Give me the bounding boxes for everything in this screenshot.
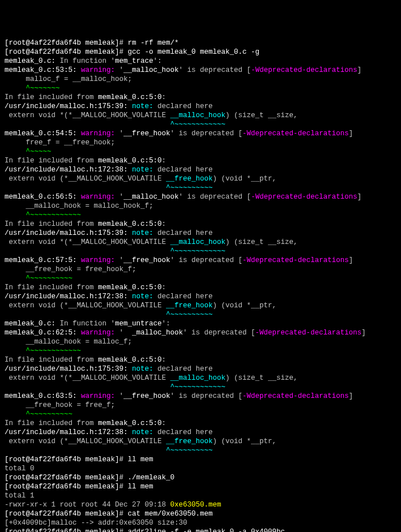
- terminal-line: /usr/include/malloc.h:175:39: note: decl…: [5, 364, 396, 374]
- terminal-segment: memleak_0.c:: [5, 320, 56, 328]
- terminal-segment: [root@4af22fda6f4b memleak]# ll mem: [5, 456, 153, 464]
- terminal-segment: -Wdeprecated-declarations: [251, 193, 357, 201]
- terminal-line: [root@4af22fda6f4b memleak]# addr2line -…: [5, 527, 396, 532]
- terminal-line: /usr/include/malloc.h:172:38: note: decl…: [5, 428, 396, 437]
- terminal-segment: declared here: [157, 293, 213, 301]
- terminal-line: -rwxr-xr-x 1 root root 44 Dec 27 09:18 0…: [5, 500, 396, 509]
- terminal-segment: note:: [128, 293, 158, 301]
- terminal-line: /usr/include/malloc.h:172:38: note: decl…: [5, 165, 396, 174]
- terminal-segment: ': [120, 392, 124, 400]
- terminal-segment: [root@4af22fda6f4b memleak]# addr2line -…: [5, 528, 285, 532]
- terminal-segment: /usr/include/malloc.h:175:39:: [5, 229, 128, 237]
- terminal-segment: __free_hook: [123, 256, 170, 264]
- terminal-line: ^~~~~~~~~~~: [5, 183, 396, 192]
- terminal-segment: ^~~~~~~~~~~~~: [5, 121, 225, 128]
- terminal-segment: -Wdeprecated-declarations: [251, 66, 357, 74]
- terminal-segment: declared here: [157, 166, 213, 174]
- terminal-segment: memleak_0.c:5:0: [98, 93, 162, 101]
- terminal-line: memleak_0.c:62:5: warning: ' _malloc_hoo…: [5, 328, 396, 337]
- terminal-segment: note:: [128, 166, 158, 174]
- terminal-segment: ^~~~~~~~~~~~~: [5, 347, 81, 355]
- terminal-segment: note:: [128, 102, 158, 110]
- terminal-line: [root@4af22fda6f4b memleak]# ./memleak_0: [5, 473, 396, 482]
- terminal-segment: memleak_0.c:5:0: [98, 284, 162, 291]
- terminal-segment: memleak_0.c:63:5:: [5, 392, 77, 400]
- terminal-segment: ' is deprecated [: [170, 130, 243, 138]
- terminal-line: memleak_0.c:57:5: warning: '__free_hook'…: [5, 256, 396, 265]
- terminal-segment: /usr/include/malloc.h:175:39:: [5, 365, 128, 373]
- terminal-segment: ' is deprecated [: [170, 392, 243, 400]
- terminal-segment: ^~~~~~: [5, 148, 52, 156]
- terminal-segment: __free_hook = free_hook_f;: [5, 265, 136, 273]
- terminal-segment: [root@4af22fda6f4b memleak]# ./memleak_0: [5, 474, 174, 482]
- terminal-segment: 0xe63050.mem: [170, 501, 221, 509]
- terminal-segment: ^~~~~~~~~~~: [5, 311, 213, 319]
- terminal-line: ^~~~~~~~~~~~~: [5, 346, 396, 355]
- terminal-segment: ^~~~~~~~: [5, 84, 60, 92]
- terminal-segment: memleak_0.c:57:5:: [5, 256, 77, 264]
- terminal-line: extern void (*__MALLOC_HOOK_VOLATILE __f…: [5, 437, 396, 446]
- terminal-segment: mem_trace: [115, 57, 153, 65]
- terminal-segment: -Wdeprecated-declarations: [242, 130, 349, 138]
- terminal-segment: In file included from: [5, 93, 98, 101]
- terminal-segment: memleak_0.c:5:0: [98, 157, 162, 165]
- terminal-line: memleak_0.c:63:5: warning: '__free_hook'…: [5, 392, 396, 401]
- terminal-line: ^~~~~~~~~~~~~: [5, 120, 396, 129]
- terminal-segment: declared here: [157, 229, 213, 237]
- terminal-segment: note:: [128, 428, 158, 436]
- terminal-output[interactable]: [root@4af22fda6f4b memleak]# rm -rf mem/…: [5, 38, 396, 532]
- terminal-segment: __free_hook = free_f;: [5, 401, 115, 409]
- terminal-segment: ) (void *__ptr,: [213, 437, 277, 445]
- terminal-segment: __free_hook: [166, 302, 213, 310]
- terminal-segment: /usr/include/malloc.h:172:38:: [5, 428, 128, 436]
- terminal-segment: memleak_0.c:56:5:: [5, 193, 77, 201]
- terminal-segment: ' is deprecated [: [170, 256, 243, 264]
- terminal-line: /usr/include/malloc.h:175:39: note: decl…: [5, 229, 396, 238]
- terminal-segment: -Wdeprecated-declarations: [242, 256, 349, 264]
- terminal-segment: /usr/include/malloc.h:175:39:: [5, 102, 128, 110]
- terminal-line: /usr/include/malloc.h:172:38: note: decl…: [5, 292, 396, 301]
- terminal-segment: __free_hook: [123, 392, 170, 400]
- terminal-segment: ]: [357, 66, 362, 74]
- terminal-segment: memleak_0.c:5:0: [98, 220, 162, 228]
- terminal-segment: ' is deprecated [: [183, 329, 255, 337]
- terminal-segment: warning:: [77, 329, 120, 337]
- terminal-segment: ) (size_t __size,: [225, 238, 298, 246]
- terminal-segment: warning:: [77, 392, 120, 400]
- terminal-segment: ]: [357, 193, 362, 201]
- terminal-segment: __malloc_hook = malloc_f;: [5, 338, 132, 346]
- terminal-segment: /usr/include/malloc.h:172:38:: [5, 166, 128, 174]
- terminal-segment: total 0: [5, 465, 35, 473]
- terminal-line: extern void *(*__MALLOC_HOOK_VOLATILE __…: [5, 111, 396, 120]
- terminal-segment: In file included from: [5, 157, 98, 165]
- terminal-segment: __malloc_hook: [123, 193, 179, 201]
- terminal-segment: free_f = __free_hook;: [5, 139, 115, 147]
- terminal-segment: ]: [361, 329, 366, 337]
- terminal-segment: memleak_0.c:: [5, 57, 56, 65]
- terminal-line: __malloc_hook = malloc_hook_f;: [5, 201, 396, 211]
- terminal-segment: extern void *(*__MALLOC_HOOK_VOLATILE: [5, 238, 170, 246]
- terminal-segment: extern void (*__MALLOC_HOOK_VOLATILE: [5, 437, 166, 445]
- terminal-segment: ^~~~~~~~~~~: [5, 447, 213, 454]
- terminal-segment: In file included from: [5, 356, 98, 364]
- terminal-segment: ' is deprecated [: [179, 66, 251, 74]
- terminal-segment: memleak_0.c:5:0: [98, 419, 162, 427]
- terminal-segment: -rwxr-xr-x 1 root root 44 Dec 27 09:18: [5, 501, 170, 509]
- terminal-segment: extern void *(*__MALLOC_HOOK_VOLATILE: [5, 111, 170, 119]
- terminal-segment: :: [162, 220, 167, 228]
- terminal-line: extern void *(*__MALLOC_HOOK_VOLATILE __…: [5, 374, 396, 383]
- terminal-line: In file included from memleak_0.c:5:0:: [5, 283, 396, 292]
- terminal-segment: warning:: [77, 130, 120, 138]
- terminal-line: In file included from memleak_0.c:5:0:: [5, 355, 396, 364]
- terminal-segment: ) (size_t __size,: [225, 374, 298, 382]
- terminal-segment: ': [120, 66, 124, 74]
- terminal-line: extern void *(*__MALLOC_HOOK_VOLATILE __…: [5, 238, 396, 247]
- terminal-segment: -Wdeprecated-declarations: [255, 329, 362, 337]
- terminal-line: In file included from memleak_0.c:5:0:: [5, 93, 396, 102]
- terminal-line: memleak_0.c: In function 'mem_untrace':: [5, 319, 396, 328]
- terminal-line: extern void (*__MALLOC_HOOK_VOLATILE __f…: [5, 174, 396, 183]
- terminal-segment: declared here: [157, 365, 213, 373]
- terminal-segment: ]: [349, 392, 353, 400]
- terminal-line: __malloc_hook = malloc_f;: [5, 337, 396, 346]
- terminal-line: ^~~~~~~~~~~~~: [5, 383, 396, 392]
